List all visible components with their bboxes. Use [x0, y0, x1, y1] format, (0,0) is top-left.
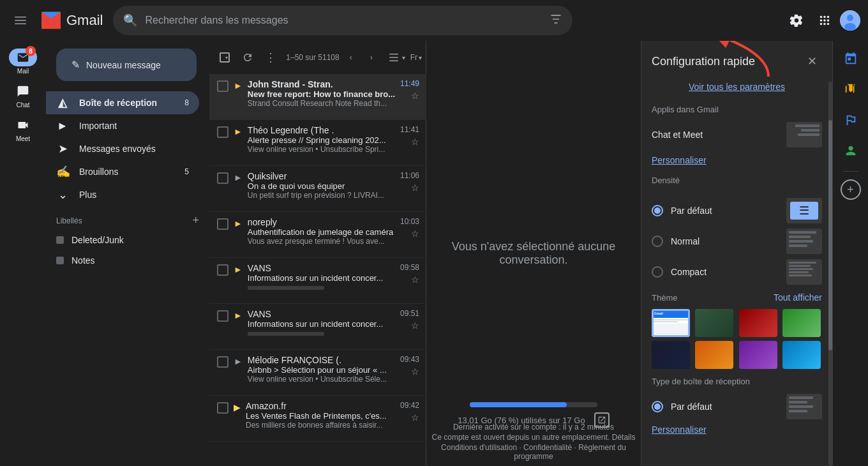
label-notes-text: Notes: [71, 255, 95, 266]
next-page-button[interactable]: ›: [363, 49, 380, 66]
sidebar-item-meet[interactable]: Meet: [3, 114, 43, 145]
inbox-default-radio[interactable]: [652, 401, 663, 412]
qs-gmail-apps-section: Applis dans Gmail Chat et Meet: [641, 97, 832, 155]
density-default-radio[interactable]: [652, 205, 663, 216]
theme-dark-red[interactable]: [739, 309, 777, 337]
search-options-icon[interactable]: [550, 13, 562, 29]
user-avatar[interactable]: [840, 10, 860, 31]
email-checkbox[interactable]: [217, 126, 228, 138]
email-item[interactable]: ► Théo Legendre (The . Alerte presse // …: [209, 120, 427, 166]
nav-item-inbox[interactable]: ◭ Boîte de réception 8: [46, 91, 199, 114]
star-icon[interactable]: ☆: [411, 412, 419, 423]
add-apps-button[interactable]: +: [841, 179, 861, 200]
contacts-button[interactable]: [838, 138, 864, 163]
inbox-customize-link[interactable]: Personnaliser: [652, 425, 822, 435]
email-content: VANS Informations sur un incident concer…: [248, 309, 395, 336]
sidebar-item-chat[interactable]: Chat: [3, 80, 43, 111]
apps-customize-link[interactable]: Personnaliser: [641, 155, 832, 173]
email-subject: Airbnb > Sélection pour un séjour « ...: [248, 365, 395, 375]
add-label-button[interactable]: +: [192, 214, 199, 227]
density-compact-label: Compact: [671, 267, 779, 277]
email-time: 09:51: [400, 309, 419, 318]
email-checkbox[interactable]: [217, 310, 228, 322]
star-icon[interactable]: ☆: [411, 320, 419, 331]
settings-button[interactable]: [784, 8, 809, 33]
select-all-checkbox[interactable]: ▾: [214, 47, 235, 68]
density-compact[interactable]: Compact: [652, 259, 822, 285]
search-bar[interactable]: 🔍: [113, 6, 572, 35]
email-preview: [248, 329, 395, 336]
sidebar-icons: 8 Mail Chat Meet: [0, 41, 46, 466]
density-compact-radio[interactable]: [652, 266, 663, 278]
view-options[interactable]: ▾: [388, 52, 405, 63]
star-icon[interactable]: ☆: [411, 366, 419, 377]
sidebar-item-mail[interactable]: 8 Mail: [3, 46, 43, 77]
email-content: Mélodie FRANÇOISE (. Airbnb > Sélection …: [248, 355, 395, 384]
label-notes[interactable]: Notes: [46, 250, 199, 271]
svg-point-6: [844, 23, 856, 31]
email-checkbox[interactable]: [217, 402, 228, 414]
tasks-button[interactable]: [838, 107, 864, 133]
email-item[interactable]: ▶ Amazon.fr Les Ventes Flash de Printemp…: [209, 396, 427, 442]
nav-item-sent[interactable]: ➤ Messages envoyés: [46, 137, 199, 160]
email-meta: 11:41 ☆: [400, 125, 419, 147]
see-all-themes-link[interactable]: Tout afficher: [774, 292, 822, 303]
nav-more-label: Plus: [79, 190, 96, 200]
email-item[interactable]: ► VANS Informations sur un incident conc…: [209, 258, 427, 304]
email-meta: 09:58 ☆: [400, 263, 419, 285]
email-item[interactable]: ► VANS Informations sur un incident conc…: [209, 304, 427, 350]
qs-close-button[interactable]: ✕: [802, 51, 822, 71]
compose-button[interactable]: ✎ Nouveau message: [56, 49, 197, 81]
search-input[interactable]: [145, 15, 544, 26]
chat-label: Chat: [16, 101, 29, 109]
email-checkbox[interactable]: [217, 356, 228, 368]
menu-button[interactable]: [8, 8, 33, 33]
email-item[interactable]: ► Mélodie FRANÇOISE (. Airbnb > Sélectio…: [209, 350, 427, 396]
label-deleted[interactable]: Deleted/Junk: [46, 230, 199, 250]
star-icon[interactable]: ☆: [411, 137, 419, 147]
star-icon[interactable]: ☆: [411, 91, 419, 101]
email-sender: Mélodie FRANÇOISE (.: [248, 355, 395, 365]
calendar-button[interactable]: [838, 46, 864, 71]
details-link[interactable]: Détails: [612, 433, 636, 442]
email-toolbar: ▾ ⋮ 1–50 sur 51108 ‹ ›: [209, 41, 427, 74]
email-item[interactable]: ► noreply Authentification de jumelage d…: [209, 212, 427, 258]
email-subject: Informations sur un incident concer...: [248, 273, 395, 283]
theme-landscape[interactable]: [695, 309, 733, 337]
scrollbar-thumb[interactable]: [828, 120, 832, 350]
theme-abstract[interactable]: [652, 341, 690, 369]
nav-item-important[interactable]: ► Important: [46, 114, 199, 137]
email-item[interactable]: ► Quiksilver On a de quoi vous équiper U…: [209, 166, 427, 212]
nav-item-drafts[interactable]: ✍ Brouillons 5: [46, 160, 199, 183]
theme-warm[interactable]: [695, 341, 733, 369]
density-normal[interactable]: Normal: [652, 229, 822, 254]
keep-button[interactable]: [838, 77, 864, 102]
email-item[interactable]: ► John Strand - Stran. New free report: …: [209, 74, 427, 120]
prev-page-button[interactable]: ‹: [342, 49, 360, 66]
more-options-button[interactable]: ⋮: [260, 47, 281, 68]
gmail-logo: Gmail: [38, 8, 103, 33]
email-checkbox[interactable]: [217, 218, 228, 230]
star-icon[interactable]: ☆: [411, 183, 419, 193]
email-checkbox[interactable]: [217, 80, 228, 92]
density-normal-radio[interactable]: [652, 236, 663, 247]
star-icon[interactable]: ☆: [411, 229, 419, 239]
nav-item-more[interactable]: ⌄ Plus: [46, 183, 199, 206]
qs-apps-title: Applis dans Gmail: [652, 105, 822, 114]
theme-ocean[interactable]: [782, 341, 821, 369]
language-options[interactable]: Fr▾: [410, 53, 422, 62]
email-checkbox[interactable]: [217, 264, 228, 276]
theme-purple[interactable]: [739, 341, 777, 369]
theme-default[interactable]: Gmail: [652, 309, 690, 337]
density-default[interactable]: Par défaut ☰: [652, 198, 822, 223]
apps-button[interactable]: [812, 8, 837, 33]
inbox-default-option[interactable]: Par défaut: [652, 394, 822, 419]
refresh-button[interactable]: [237, 47, 258, 68]
see-all-settings-link[interactable]: Voir tous les paramètres: [641, 77, 832, 97]
theme-nature[interactable]: [782, 309, 821, 337]
email-preview: View online version • Unsubscribe Spri..…: [248, 145, 395, 154]
star-icon[interactable]: ☆: [411, 274, 419, 285]
nav-important-label: Important: [79, 121, 117, 131]
email-checkbox[interactable]: [217, 172, 228, 184]
density-compact-preview: [786, 259, 822, 285]
